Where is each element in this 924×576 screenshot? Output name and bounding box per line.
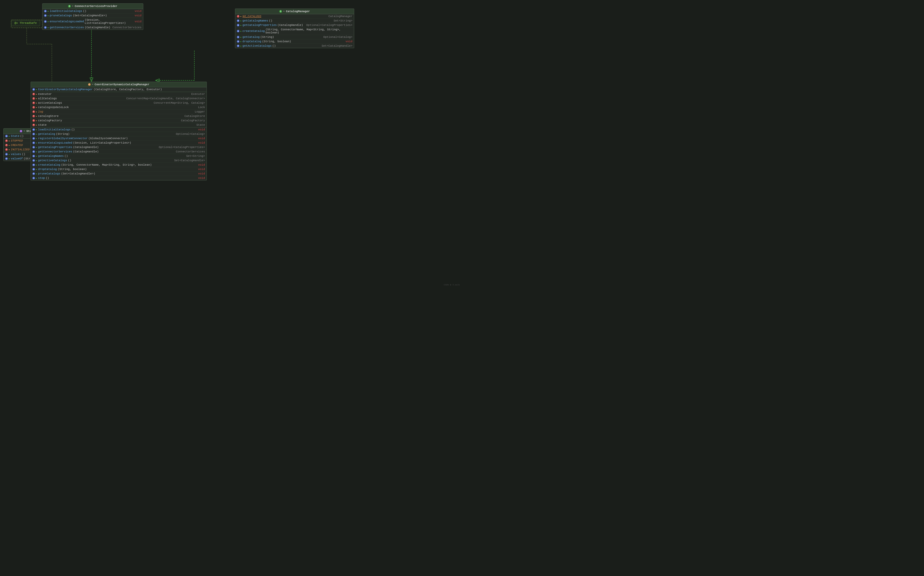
enum-icon: E [20,130,22,133]
return-type: Optional<Catalog> [323,35,353,38]
method-name: getConnectorServices [38,150,72,153]
return-type: ConnectorServices [176,150,205,153]
method-name: loadInitialCatalogs [50,10,82,13]
field-icon: f [32,124,35,126]
field-name: catalogsUpdateLock [38,106,69,109]
field-name: catalogStore [38,115,59,118]
return-type: ConcurrentMap<CatalogHandle, CatalogConn… [126,97,205,100]
return-type: Logger [195,110,205,113]
method-icon: m [237,36,239,38]
method-name: dropCatalog [38,168,57,171]
table-row: m ● loadInitialCatalogs () void [43,9,143,13]
return-type: Set<CatalogHandle> [174,159,205,162]
field-icon: f [32,106,35,109]
table-row: m ● ensureCatalogsLoaded (Session, List<… [31,141,206,145]
method-name: State [11,134,19,138]
method-name: getCatalogProperties [38,146,72,149]
field-name: STOPPED [11,139,23,142]
method-icon: m [44,20,47,23]
method-name: valueOf [11,157,23,160]
return-type: Optional<CatalogProperties> [159,146,205,149]
return-type: void [198,172,205,175]
method-icon: m [32,137,35,140]
method-name: stop [38,176,45,180]
method-icon: m [237,40,239,43]
table-row: f ● log Logger [31,110,206,114]
table-row: m ● getCatalogNames () Set<String> [31,154,206,158]
return-type: Optional<CatalogProperties> [306,24,353,27]
return-type: void [198,141,205,144]
constructor-icon: m [5,135,8,138]
field-icon: f [32,93,35,95]
table-row: m ● createCatalog (String, ConnectorName… [31,163,206,167]
method-icon: m [32,142,35,144]
method-icon: m [237,30,239,32]
method-name: getConnectorServices [50,26,84,29]
table-row: f ● executor Executor [31,92,206,96]
return-type: void [135,10,142,13]
method-icon: m [237,19,239,22]
method-icon: m [32,177,35,179]
table-row: m ● createCatalog (String, ConnectorName… [235,27,354,35]
catalog-manager-header: I » CatalogManager [235,9,354,14]
field-name: log [38,110,43,113]
method-name: CoordinatorDynamicCatalogManager [38,88,93,91]
field-name: INITIALIZED [11,148,30,151]
catalog-manager-name: CatalogManager [286,10,310,13]
table-row: m ● getConnectorServices (CatalogHandle)… [31,150,206,154]
table-row: m ● getActiveCatalogs () Set<CatalogHand… [235,44,354,48]
field-icon: f [237,15,239,18]
coordinator-name: CoordinatorDynamicCatalogManager [94,83,149,86]
method-icon: m [32,155,35,157]
method-name: loadInitialCatalogs [38,128,70,131]
method-icon: m [32,150,35,153]
diagram-container: @» ThreadSafe I » ConnectorServicesProvi… [0,0,462,288]
method-name: getCatalogProperties [243,24,277,27]
return-type: void [346,40,353,43]
coordinator-header: C » CoordinatorDynamicCatalogManager [31,82,206,87]
return-type: Set<CatalogHandle> [322,44,353,48]
method-icon: m [237,45,239,47]
field-icon: f [5,139,8,142]
table-row: f ● state State [31,123,206,127]
method-name: createCatalog [243,30,265,33]
method-icon: m [32,128,35,131]
table-row: m ● getCatalogProperties (CatalogHandle)… [235,23,354,27]
table-row: f ● activeCatalogs ConcurrentMap<String,… [31,101,206,105]
class-icon: C [88,83,91,86]
connector-services-provider-name: ConnectorServicesProvider [75,5,117,8]
method-icon: m [32,168,35,171]
field-icon: f [32,115,35,117]
return-type: CatalogStore [185,115,205,118]
table-row: f ● allCatalogs ConcurrentMap<CatalogHan… [31,96,206,101]
return-type: void [198,163,205,166]
field-name: activeCatalogs [38,101,62,104]
table-row: m ● getCatalogNames () Set<String> [235,19,354,23]
return-type: State [196,123,205,126]
svg-marker-5 [90,78,93,82]
return-type: Executor [191,93,205,96]
return-type: void [198,137,205,140]
threadsafe-annotation: @» ThreadSafe [11,20,40,26]
method-name: getCatalog [243,35,260,38]
return-type: Optional<Catalog> [176,133,205,136]
coordinator-members: m ● CoordinatorDynamicCatalogManager (Ca… [31,87,206,180]
field-name: catalogFactory [38,119,62,122]
field-icon: f [5,144,8,146]
interface-icon: I [68,5,71,8]
table-row: m ● registerGlobalSystemConnector (Globa… [31,136,206,141]
return-type: void [135,14,142,17]
method-name: registerGlobalSystemConnector [38,137,88,140]
method-icon: m [44,10,47,13]
constructor-icon: m [32,88,35,91]
table-row: m ● getCatalog (String) Optional<Catalog… [31,132,206,136]
field-name: state [38,123,47,126]
return-type: void [198,128,205,131]
method-name: values [11,153,21,156]
connector-services-provider-members: m ● loadInitialCatalogs () void m ● prun… [43,9,143,30]
method-name: dropCatalog [243,40,262,43]
table-row: m ● loadInitialCatalogs () void [31,128,206,132]
table-row: m ● getCatalogProperties (CatalogHandle)… [31,145,206,150]
table-row: f ● NO_CATALOGS CatalogManager [235,14,354,19]
field-icon: f [32,97,35,100]
